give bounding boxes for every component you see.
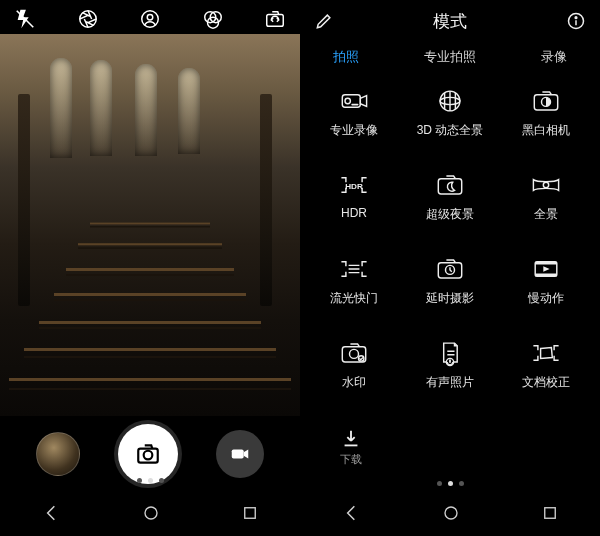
mode-label: 文档校正 bbox=[522, 374, 570, 391]
mode-label: 水印 bbox=[342, 374, 366, 391]
svg-rect-30 bbox=[535, 274, 557, 277]
mode-label: 黑白相机 bbox=[522, 122, 570, 139]
info-icon[interactable] bbox=[566, 11, 586, 31]
video-mode-button[interactable] bbox=[216, 430, 264, 478]
modes-top-bar bbox=[300, 0, 600, 42]
svg-rect-18 bbox=[351, 104, 358, 106]
gallery-thumbnail[interactable] bbox=[36, 432, 80, 476]
svg-point-15 bbox=[575, 17, 577, 19]
modes-grid: 专业录像 3D 动态全景 黑白相机 HDR HDR 超级夜景 全景 流光快门 延 bbox=[300, 78, 600, 464]
camera-viewfinder[interactable] bbox=[0, 34, 300, 416]
mode-label: HDR bbox=[341, 206, 367, 220]
nav-back-icon[interactable] bbox=[41, 503, 61, 523]
svg-point-37 bbox=[445, 507, 457, 519]
shutter-button[interactable] bbox=[118, 424, 178, 484]
nav-home-icon[interactable] bbox=[442, 504, 460, 522]
svg-rect-29 bbox=[535, 262, 557, 265]
svg-rect-36 bbox=[345, 445, 358, 447]
mode-label: 全景 bbox=[534, 206, 558, 223]
svg-point-32 bbox=[350, 349, 359, 358]
page-indicator bbox=[300, 481, 600, 486]
mode-pro-video[interactable]: 专业录像 bbox=[308, 82, 400, 164]
tab-photo[interactable]: 拍照 bbox=[327, 44, 365, 70]
flash-off-icon[interactable] bbox=[14, 8, 36, 30]
mode-3d-pano[interactable]: 3D 动态全景 bbox=[404, 82, 496, 164]
mode-night[interactable]: 超级夜景 bbox=[404, 166, 496, 248]
svg-point-3 bbox=[147, 14, 153, 20]
mode-slowmo[interactable]: 慢动作 bbox=[500, 250, 592, 332]
svg-rect-12 bbox=[245, 508, 256, 519]
tab-pro-photo[interactable]: 专业拍照 bbox=[418, 44, 482, 70]
switch-camera-icon[interactable] bbox=[264, 8, 286, 30]
nav-home-icon[interactable] bbox=[142, 504, 160, 522]
svg-point-25 bbox=[543, 182, 548, 187]
camera-bottom-bar bbox=[0, 420, 300, 488]
mode-label: 慢动作 bbox=[528, 290, 564, 307]
svg-point-9 bbox=[144, 451, 153, 460]
nav-recent-icon[interactable] bbox=[241, 504, 259, 522]
mode-doc-scan[interactable]: 文档校正 bbox=[500, 334, 592, 416]
download-label: 下载 bbox=[340, 452, 362, 467]
mode-light-painting[interactable]: 流光快门 bbox=[308, 250, 400, 332]
mode-label: 延时摄影 bbox=[426, 290, 474, 307]
mode-panorama[interactable]: 全景 bbox=[500, 166, 592, 248]
mode-label: 专业录像 bbox=[330, 122, 378, 139]
system-navbar bbox=[0, 490, 300, 536]
mode-monochrome[interactable]: 黑白相机 bbox=[500, 82, 592, 164]
system-navbar bbox=[300, 490, 600, 536]
camera-viewfinder-screen bbox=[0, 0, 300, 536]
svg-point-11 bbox=[145, 507, 157, 519]
download-more-modes[interactable]: 下载 bbox=[300, 428, 600, 474]
camera-top-toolbar bbox=[0, 0, 300, 38]
svg-rect-38 bbox=[545, 508, 556, 519]
portrait-icon[interactable] bbox=[139, 8, 161, 30]
mode-timelapse[interactable]: 延时摄影 bbox=[404, 250, 496, 332]
edit-icon[interactable] bbox=[314, 11, 334, 31]
aperture-icon[interactable] bbox=[77, 8, 99, 30]
svg-rect-10 bbox=[232, 449, 244, 458]
svg-point-33 bbox=[359, 356, 364, 361]
mode-watermark[interactable]: 水印 bbox=[308, 334, 400, 416]
mode-label: 有声照片 bbox=[426, 374, 474, 391]
mode-hdr[interactable]: HDR HDR bbox=[308, 166, 400, 248]
svg-point-17 bbox=[345, 98, 350, 103]
nav-recent-icon[interactable] bbox=[541, 504, 559, 522]
camera-modes-screen: 模式 拍照 专业拍照 录像 专业录像 3D 动态全景 黑白相机 HDR HDR … bbox=[300, 0, 600, 536]
svg-rect-24 bbox=[438, 179, 461, 194]
mode-audio-note[interactable]: 有声照片 bbox=[404, 334, 496, 416]
tab-video[interactable]: 录像 bbox=[535, 44, 573, 70]
filters-icon[interactable] bbox=[202, 8, 224, 30]
mode-label: 超级夜景 bbox=[426, 206, 474, 223]
mode-label: 流光快门 bbox=[330, 290, 378, 307]
nav-back-icon[interactable] bbox=[341, 503, 361, 523]
svg-rect-35 bbox=[449, 359, 451, 363]
mode-label: 3D 动态全景 bbox=[417, 122, 484, 139]
svg-text:HDR: HDR bbox=[345, 182, 363, 191]
modes-tabs: 拍照 专业拍照 录像 bbox=[300, 42, 600, 72]
